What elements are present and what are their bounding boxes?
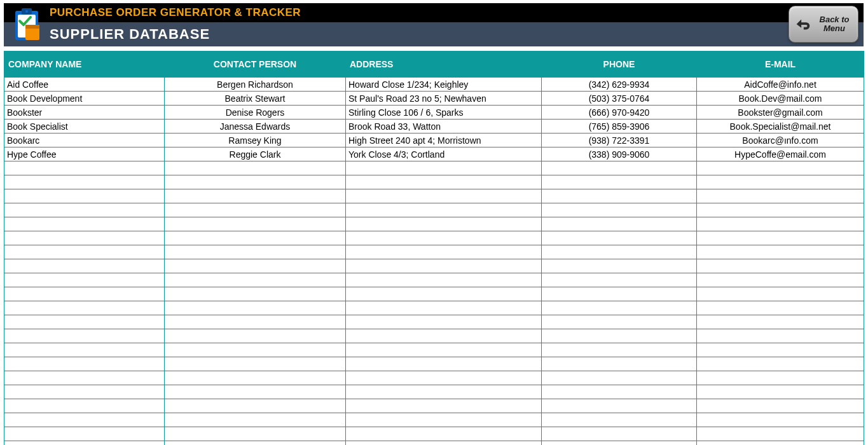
cell-empty[interactable] xyxy=(165,427,346,441)
cell-empty[interactable] xyxy=(165,259,346,273)
cell-empty[interactable] xyxy=(346,175,542,189)
cell-empty[interactable] xyxy=(542,259,697,273)
cell-empty[interactable] xyxy=(165,413,346,427)
cell-email[interactable]: Book.Specialist@mail.net xyxy=(697,120,864,134)
cell-company[interactable]: Bookarc xyxy=(4,134,165,147)
table-row[interactable]: BooksterDenise RogersStirling Close 106 … xyxy=(4,106,864,120)
cell-contact[interactable]: Denise Rogers xyxy=(165,106,346,120)
cell-address[interactable]: St Paul's Road 23 no 5; Newhaven xyxy=(346,92,542,106)
cell-empty[interactable] xyxy=(165,441,346,446)
table-row-empty[interactable] xyxy=(4,357,864,371)
table-row-empty[interactable] xyxy=(4,329,864,343)
cell-empty[interactable] xyxy=(4,259,165,273)
cell-empty[interactable] xyxy=(697,399,864,413)
cell-empty[interactable] xyxy=(697,273,864,287)
cell-email[interactable]: Book.Dev@mail.com xyxy=(697,92,864,106)
cell-empty[interactable] xyxy=(346,189,542,203)
cell-empty[interactable] xyxy=(697,427,864,441)
cell-empty[interactable] xyxy=(697,343,864,357)
cell-empty[interactable] xyxy=(542,287,697,301)
cell-email[interactable]: HypeCoffe@email.com xyxy=(697,147,864,161)
cell-contact[interactable]: Ramsey King xyxy=(165,134,346,147)
col-header-address[interactable]: ADDRESS xyxy=(346,51,542,78)
cell-empty[interactable] xyxy=(697,287,864,301)
table-row-empty[interactable] xyxy=(4,441,864,446)
table-row-empty[interactable] xyxy=(4,301,864,315)
cell-empty[interactable] xyxy=(542,343,697,357)
table-row-empty[interactable] xyxy=(4,413,864,427)
table-row-empty[interactable] xyxy=(4,231,864,245)
table-row-empty[interactable] xyxy=(4,385,864,399)
cell-empty[interactable] xyxy=(542,301,697,315)
cell-empty[interactable] xyxy=(165,399,346,413)
table-row[interactable]: Hype CoffeeReggie ClarkYork Close 4/3; C… xyxy=(4,147,864,161)
cell-address[interactable]: Brook Road 33, Watton xyxy=(346,120,542,134)
cell-empty[interactable] xyxy=(346,161,542,175)
cell-empty[interactable] xyxy=(542,427,697,441)
cell-empty[interactable] xyxy=(165,273,346,287)
cell-empty[interactable] xyxy=(542,245,697,259)
cell-empty[interactable] xyxy=(346,371,542,385)
col-header-company[interactable]: COMPANY NAME xyxy=(4,51,165,78)
cell-empty[interactable] xyxy=(346,427,542,441)
cell-empty[interactable] xyxy=(4,343,165,357)
cell-empty[interactable] xyxy=(346,329,542,343)
cell-empty[interactable] xyxy=(4,357,165,371)
cell-empty[interactable] xyxy=(542,231,697,245)
table-row-empty[interactable] xyxy=(4,217,864,231)
cell-empty[interactable] xyxy=(697,301,864,315)
table-row-empty[interactable] xyxy=(4,203,864,217)
table-row-empty[interactable] xyxy=(4,189,864,203)
cell-address[interactable]: High Street 240 apt 4; Morristown xyxy=(346,134,542,147)
cell-empty[interactable] xyxy=(346,203,542,217)
cell-empty[interactable] xyxy=(697,315,864,329)
cell-empty[interactable] xyxy=(165,343,346,357)
cell-company[interactable]: Bookster xyxy=(4,106,165,120)
cell-empty[interactable] xyxy=(542,217,697,231)
cell-empty[interactable] xyxy=(4,161,165,175)
cell-empty[interactable] xyxy=(4,427,165,441)
cell-email[interactable]: Bookster@gmail.com xyxy=(697,106,864,120)
cell-empty[interactable] xyxy=(697,203,864,217)
cell-empty[interactable] xyxy=(346,343,542,357)
cell-empty[interactable] xyxy=(697,385,864,399)
table-row-empty[interactable] xyxy=(4,287,864,301)
table-row[interactable]: Aid CoffeeBergen RichardsonHoward Close … xyxy=(4,78,864,92)
cell-empty[interactable] xyxy=(4,245,165,259)
cell-empty[interactable] xyxy=(697,189,864,203)
cell-empty[interactable] xyxy=(542,203,697,217)
cell-empty[interactable] xyxy=(542,441,697,446)
cell-empty[interactable] xyxy=(697,231,864,245)
cell-empty[interactable] xyxy=(4,203,165,217)
col-header-phone[interactable]: PHONE xyxy=(542,51,697,78)
cell-empty[interactable] xyxy=(346,399,542,413)
cell-empty[interactable] xyxy=(542,371,697,385)
cell-phone[interactable]: (765) 859-3906 xyxy=(542,120,697,134)
cell-empty[interactable] xyxy=(165,371,346,385)
cell-empty[interactable] xyxy=(697,371,864,385)
cell-empty[interactable] xyxy=(346,357,542,371)
cell-phone[interactable]: (666) 970-9420 xyxy=(542,106,697,120)
cell-empty[interactable] xyxy=(346,217,542,231)
cell-empty[interactable] xyxy=(542,315,697,329)
cell-empty[interactable] xyxy=(4,399,165,413)
cell-email[interactable]: AidCoffe@info.net xyxy=(697,78,864,92)
cell-empty[interactable] xyxy=(346,273,542,287)
cell-empty[interactable] xyxy=(542,399,697,413)
table-row-empty[interactable] xyxy=(4,399,864,413)
cell-empty[interactable] xyxy=(165,189,346,203)
cell-empty[interactable] xyxy=(4,441,165,446)
cell-empty[interactable] xyxy=(697,217,864,231)
cell-phone[interactable]: (342) 629-9934 xyxy=(542,78,697,92)
cell-empty[interactable] xyxy=(165,315,346,329)
cell-empty[interactable] xyxy=(542,175,697,189)
cell-empty[interactable] xyxy=(165,287,346,301)
cell-empty[interactable] xyxy=(346,245,542,259)
cell-phone[interactable]: (503) 375-0764 xyxy=(542,92,697,106)
cell-phone[interactable]: (938) 722-3391 xyxy=(542,134,697,147)
cell-empty[interactable] xyxy=(542,385,697,399)
cell-empty[interactable] xyxy=(165,357,346,371)
cell-empty[interactable] xyxy=(697,357,864,371)
cell-empty[interactable] xyxy=(697,329,864,343)
table-row-empty[interactable] xyxy=(4,371,864,385)
